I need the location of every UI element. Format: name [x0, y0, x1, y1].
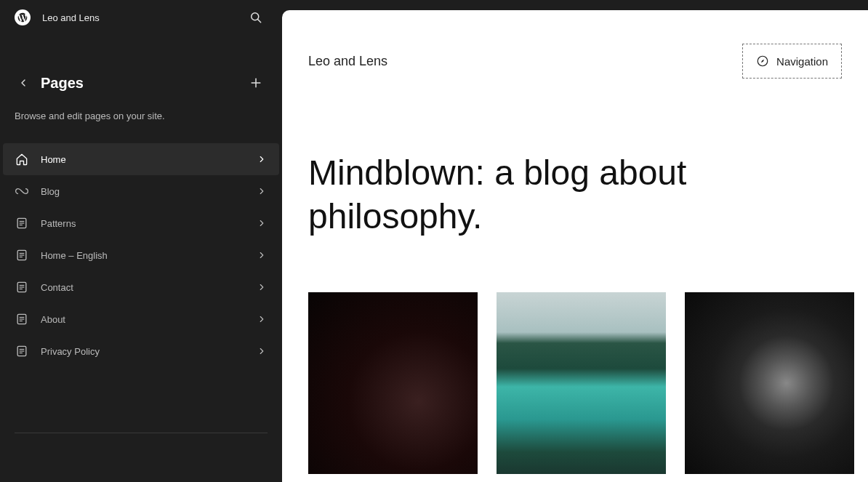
sidebar: Leo and Lens Pages Browse and edit pages…	[0, 0, 282, 482]
chevron-right-icon	[256, 153, 268, 165]
gallery	[282, 275, 868, 474]
plus-icon	[249, 76, 263, 90]
sidebar-item-privacy-policy[interactable]: Privacy Policy	[3, 335, 279, 367]
chevron-right-icon	[256, 185, 268, 197]
content-site-name: Leo and Lens	[308, 54, 387, 69]
sidebar-item-label: About	[41, 314, 244, 325]
sidebar-item-contact[interactable]: Contact	[3, 271, 279, 303]
compass-icon	[756, 55, 769, 68]
gallery-image-camera[interactable]	[308, 292, 478, 474]
sidebar-item-label: Home	[41, 154, 244, 165]
chevron-right-icon	[256, 217, 268, 229]
chevron-right-icon	[256, 281, 268, 293]
home-icon	[15, 152, 29, 166]
nav-title: Pages	[41, 75, 236, 92]
site-name: Leo and Lens	[42, 12, 233, 23]
navigation-label: Navigation	[776, 55, 828, 68]
chevron-right-icon	[256, 345, 268, 357]
sidebar-item-blog[interactable]: Blog	[3, 175, 279, 207]
sidebar-item-label: Home – English	[41, 250, 244, 261]
wordpress-logo-icon[interactable]	[15, 9, 31, 25]
gallery-image-mountain[interactable]	[497, 292, 666, 474]
sidebar-nav: Pages	[0, 35, 282, 105]
page-headline[interactable]: Mindblown: a blog about philosophy.	[282, 86, 868, 275]
sidebar-item-label: Privacy Policy	[41, 346, 244, 357]
sidebar-header: Leo and Lens	[0, 0, 282, 35]
page-list: Home Blog Patterns	[0, 143, 282, 367]
chevron-right-icon	[256, 249, 268, 261]
sidebar-item-label: Contact	[41, 282, 244, 293]
back-button[interactable]	[15, 74, 32, 92]
sidebar-item-home[interactable]: Home	[3, 143, 279, 175]
sidebar-item-about[interactable]: About	[3, 303, 279, 335]
navigation-block-button[interactable]: Navigation	[742, 44, 842, 79]
sidebar-item-label: Blog	[41, 186, 244, 197]
add-page-button[interactable]	[244, 71, 268, 95]
svg-line-2	[258, 20, 261, 23]
page-icon	[15, 248, 29, 262]
chevron-left-icon	[17, 77, 29, 89]
page-icon	[15, 280, 29, 294]
sidebar-item-label: Patterns	[41, 218, 244, 229]
sidebar-item-home-english[interactable]: Home – English	[3, 239, 279, 271]
search-icon	[249, 10, 263, 25]
gallery-image-car[interactable]	[685, 292, 854, 474]
nav-description: Browse and edit pages on your site.	[0, 105, 282, 143]
content-header: Leo and Lens Navigation	[282, 32, 868, 86]
loop-icon	[15, 184, 29, 198]
sidebar-divider	[15, 433, 268, 433]
page-icon	[15, 344, 29, 358]
chevron-right-icon	[256, 313, 268, 325]
content-preview: Leo and Lens Navigation Mindblown: a blo…	[282, 10, 868, 482]
sidebar-item-patterns[interactable]: Patterns	[3, 207, 279, 239]
search-button[interactable]	[244, 6, 268, 29]
page-icon	[15, 312, 29, 326]
page-icon	[15, 216, 29, 230]
